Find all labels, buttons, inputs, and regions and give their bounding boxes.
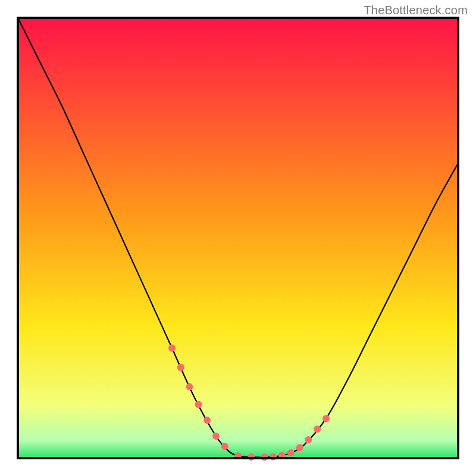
curve-marker <box>305 436 312 443</box>
curve-marker <box>203 416 211 424</box>
curve-marker <box>168 345 176 352</box>
curve-marker <box>177 364 184 371</box>
curve-marker <box>212 433 220 440</box>
curve-marker <box>322 415 330 422</box>
curve-marker <box>195 401 202 408</box>
plot-background <box>18 18 458 458</box>
attribution-label: TheBottleneck.com <box>364 4 468 17</box>
curve-marker <box>287 449 295 456</box>
chart-svg <box>0 0 476 476</box>
curve-marker <box>221 443 228 450</box>
curve-marker <box>296 444 303 451</box>
curve-marker <box>314 425 321 433</box>
curve-marker <box>186 383 193 390</box>
